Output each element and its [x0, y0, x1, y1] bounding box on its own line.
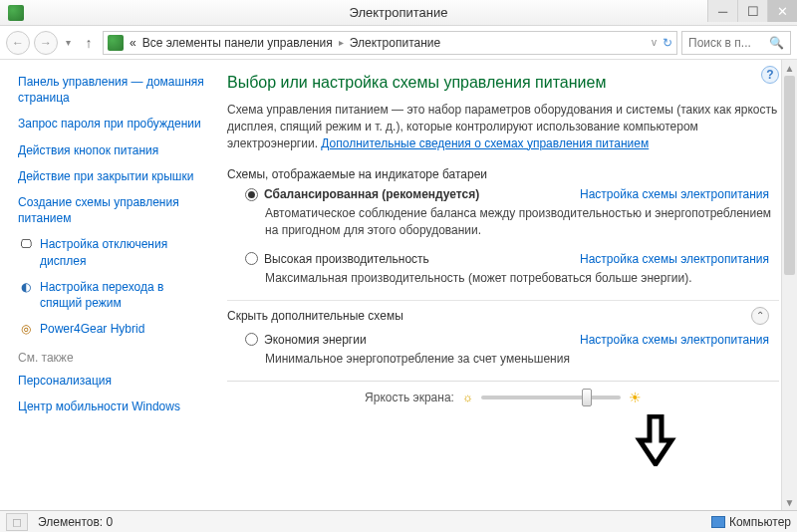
page-description: Схема управления питанием — это набор па…: [227, 102, 779, 151]
scroll-down-button[interactable]: ▼: [782, 494, 797, 510]
status-computer-label: Компьютер: [729, 515, 791, 529]
plan-settings-link[interactable]: Настройка схемы электропитания: [580, 252, 779, 266]
minimize-button[interactable]: ─: [707, 0, 737, 22]
plan-settings-link[interactable]: Настройка схемы электропитания: [580, 187, 779, 201]
more-info-link[interactable]: Дополнительные сведения о схемах управле…: [321, 136, 649, 150]
sidebar-link[interactable]: Действия кнопок питания: [18, 142, 207, 158]
see-also-heading: См. также: [18, 351, 207, 365]
sidebar-link[interactable]: Действие при закрытии крышки: [18, 168, 207, 184]
sidebar-item-display-off[interactable]: 🖵 Настройка отключения дисплея: [18, 236, 207, 268]
location-icon: [108, 35, 124, 51]
maximize-button[interactable]: ☐: [737, 0, 767, 22]
vertical-scrollbar[interactable]: ▲ ▼: [781, 60, 797, 510]
address-dropdown[interactable]: v: [652, 37, 657, 48]
plan-description: Максимальная производительность (может п…: [265, 270, 779, 286]
address-bar[interactable]: « Все элементы панели управления ▸ Элект…: [103, 31, 677, 55]
radio-balanced[interactable]: [245, 188, 258, 201]
history-dropdown[interactable]: ▾: [66, 37, 71, 48]
hide-additional-label[interactable]: Скрыть дополнительные схемы: [227, 309, 403, 323]
bookmark-icon[interactable]: ◻: [6, 513, 28, 531]
plan-settings-link[interactable]: Настройка схемы электропитания: [580, 333, 779, 347]
search-icon: 🔍: [769, 36, 784, 50]
sidebar-home-link[interactable]: Панель управления — домашняя страница: [18, 74, 207, 106]
collapse-button[interactable]: ⌃: [751, 307, 769, 325]
scroll-thumb[interactable]: [784, 76, 795, 275]
sidebar-item-power4gear[interactable]: ◎ Power4Gear Hybrid: [18, 321, 207, 337]
search-input[interactable]: [688, 36, 763, 50]
sidebar: Панель управления — домашняя страница За…: [0, 60, 217, 510]
scroll-up-button[interactable]: ▲: [782, 60, 797, 76]
plan-name: Высокая производительность: [264, 252, 429, 266]
close-button[interactable]: ✕: [767, 0, 797, 22]
main-panel: ? Выбор или настройка схемы управления п…: [217, 60, 797, 510]
crumb-power[interactable]: Электропитание: [348, 36, 442, 50]
plan-balanced: Сбалансированная (рекомендуется) Настрой…: [245, 187, 779, 237]
plan-name: Экономия энергии: [264, 333, 367, 347]
slider-thumb[interactable]: [582, 389, 592, 406]
brightness-bar: Яркость экрана: ☼ ☀: [227, 381, 779, 411]
computer-icon: [711, 516, 725, 528]
see-also-link[interactable]: Персонализация: [18, 373, 207, 389]
up-button[interactable]: ↑: [79, 33, 99, 53]
help-icon[interactable]: ?: [761, 66, 779, 84]
sun-bright-icon: ☀: [629, 390, 642, 405]
plan-high-performance: Высокая производительность Настройка схе…: [245, 252, 779, 286]
sleep-icon: ◐: [18, 279, 34, 295]
see-also-link[interactable]: Центр мобильности Windows: [18, 399, 207, 414]
forward-button[interactable]: →: [34, 31, 58, 55]
refresh-button[interactable]: ↻: [663, 36, 672, 50]
sidebar-item-sleep[interactable]: ◐ Настройка перехода в спящий режим: [18, 279, 207, 311]
crumb-control-panel[interactable]: Все элементы панели управления: [140, 36, 335, 50]
section-battery-plans: Схемы, отображаемые на индикаторе батаре…: [227, 167, 779, 181]
plan-power-saver: Экономия энергии Настройка схемы электро…: [245, 333, 779, 367]
navigation-bar: ← → ▾ ↑ « Все элементы панели управления…: [0, 26, 797, 60]
window-title: Электропитание: [0, 5, 797, 20]
brightness-slider[interactable]: [481, 396, 621, 399]
sidebar-item-label: Power4Gear Hybrid: [40, 321, 144, 337]
annotation-arrow-icon: [634, 414, 677, 476]
power4gear-icon: ◎: [18, 321, 34, 337]
sidebar-item-label: Настройка отключения дисплея: [40, 236, 207, 268]
status-bar: ◻ Элементов: 0 Компьютер: [0, 510, 797, 532]
page-title: Выбор или настройка схемы управления пит…: [227, 74, 779, 92]
additional-plans-toggle-row: Скрыть дополнительные схемы ⌃: [227, 300, 779, 325]
brightness-label: Яркость экрана:: [365, 391, 454, 404]
plan-description: Минимальное энергопотребление за счет ум…: [265, 351, 779, 367]
status-elements-count: Элементов: 0: [38, 515, 113, 529]
search-box[interactable]: 🔍: [681, 31, 791, 55]
radio-power-saver[interactable]: [245, 333, 258, 346]
crumb-prefix: «: [128, 36, 138, 50]
back-button[interactable]: ←: [6, 31, 30, 55]
plan-description: Автоматическое соблюдение баланса между …: [265, 205, 779, 237]
plan-name: Сбалансированная (рекомендуется): [264, 187, 479, 201]
content-area: Панель управления — домашняя страница За…: [0, 60, 797, 510]
sidebar-item-label: Настройка перехода в спящий режим: [40, 279, 207, 311]
sidebar-link[interactable]: Запрос пароля при пробуждении: [18, 116, 207, 132]
window-controls: ─ ☐ ✕: [707, 0, 797, 22]
crumb-separator: ▸: [337, 37, 346, 48]
sidebar-link[interactable]: Создание схемы управления питанием: [18, 194, 207, 226]
display-off-icon: 🖵: [18, 236, 34, 252]
radio-high-performance[interactable]: [245, 252, 258, 265]
sun-dim-icon: ☼: [462, 391, 473, 404]
title-bar: Электропитание ─ ☐ ✕: [0, 0, 797, 26]
